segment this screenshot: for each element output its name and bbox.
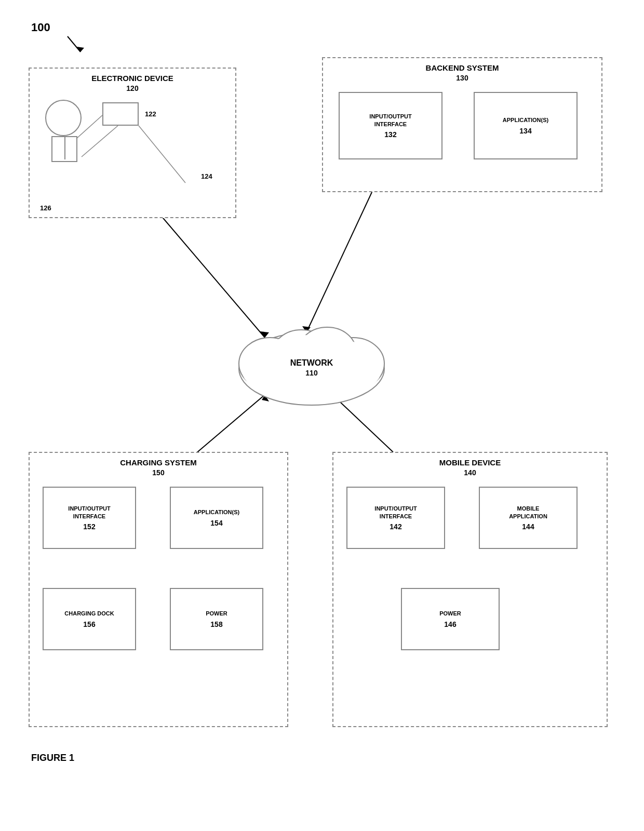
electronic-device-box: ELECTRONIC DEVICE 120 122 124 126 xyxy=(29,68,236,218)
backend-io-box: INPUT/OUTPUTINTERFACE 132 xyxy=(339,92,442,159)
backend-apps-number: 134 xyxy=(519,127,531,135)
device-lines xyxy=(30,69,237,219)
charging-dock-label: CHARGING DOCK xyxy=(64,610,114,617)
charging-system-box: CHARGING SYSTEM 150 INPUT/OUTPUTINTERFAC… xyxy=(29,452,288,727)
mobile-power-label: POWER xyxy=(439,610,461,617)
svg-point-28 xyxy=(301,332,353,374)
svg-line-16 xyxy=(76,115,102,139)
mobile-power-box: POWER 146 xyxy=(401,588,500,650)
backend-apps-label: APPLICATION(S) xyxy=(503,116,548,124)
network-cloud: NETWORK 110 xyxy=(218,301,405,416)
charging-io-number: 152 xyxy=(83,522,95,531)
backend-io-number: 132 xyxy=(384,130,396,139)
backend-system-box: BACKEND SYSTEM 130 INPUT/OUTPUTINTERFACE… xyxy=(322,57,602,192)
charging-apps-number: 154 xyxy=(210,519,222,527)
figure-number: 100 xyxy=(31,21,50,34)
mobile-io-number: 142 xyxy=(390,522,401,531)
figure-caption: FIGURE 1 xyxy=(31,753,74,763)
network-label: NETWORK xyxy=(218,358,405,368)
charging-dock-box: CHARGING DOCK 156 xyxy=(43,588,136,650)
svg-line-0 xyxy=(68,36,81,52)
charging-apps-box: APPLICATION(S) 154 xyxy=(170,487,263,549)
mobile-app-box: MOBILEAPPLICATION 144 xyxy=(479,487,578,549)
charging-power-number: 158 xyxy=(210,620,222,628)
svg-marker-1 xyxy=(77,47,84,52)
mobile-device-box: MOBILE DEVICE 140 INPUT/OUTPUTINTERFACE … xyxy=(332,452,608,727)
mobile-device-number: 140 xyxy=(333,468,607,477)
svg-line-18 xyxy=(139,126,185,183)
charging-system-number: 150 xyxy=(30,468,287,477)
backend-apps-box: APPLICATION(S) 134 xyxy=(474,92,578,159)
mobile-power-number: 146 xyxy=(444,620,456,628)
svg-line-17 xyxy=(82,126,118,157)
charging-io-label: INPUT/OUTPUTINTERFACE xyxy=(68,505,110,520)
mobile-app-label: MOBILEAPPLICATION xyxy=(509,505,547,520)
mobile-io-box: INPUT/OUTPUTINTERFACE 142 xyxy=(346,487,445,549)
charging-system-title: CHARGING SYSTEM xyxy=(30,458,287,467)
network-number: 110 xyxy=(218,369,405,377)
mobile-io-label: INPUT/OUTPUTINTERFACE xyxy=(374,505,417,520)
mobile-device-title: MOBILE DEVICE xyxy=(333,458,607,467)
backend-io-label: INPUT/OUTPUTINTERFACE xyxy=(369,113,411,128)
charging-power-box: POWER 158 xyxy=(170,588,263,650)
backend-system-title: BACKEND SYSTEM xyxy=(323,63,601,73)
charging-power-label: POWER xyxy=(206,610,227,617)
backend-system-number: 130 xyxy=(323,74,601,82)
charging-apps-label: APPLICATION(S) xyxy=(194,508,239,516)
mobile-app-number: 144 xyxy=(522,522,534,531)
charging-dock-number: 156 xyxy=(83,620,95,628)
diagram: 100 ELECTRONIC DEVICE 120 xyxy=(0,0,644,779)
charging-io-box: INPUT/OUTPUTINTERFACE 152 xyxy=(43,487,136,549)
